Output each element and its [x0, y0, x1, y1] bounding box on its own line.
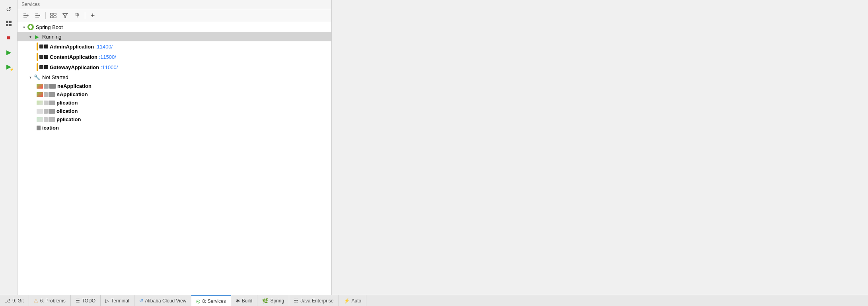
svg-rect-11 — [51, 13, 53, 15]
not-started-label: Not Started — [42, 74, 331, 80]
content-app-label: ContentApplication :11500/ — [50, 54, 331, 60]
running-arrow: ▾ — [27, 33, 33, 40]
gateway-app-icons — [39, 65, 48, 69]
wrench-icon: 🔧 — [33, 74, 41, 81]
todo-icon: ☰ — [76, 298, 80, 304]
todo-tab-label: TODO — [82, 298, 95, 304]
content-status-bar — [37, 53, 38, 61]
svg-rect-1 — [9, 21, 12, 23]
auto-tab-label: Auto — [352, 298, 362, 304]
ns-app-1-icons — [37, 84, 56, 89]
admin-app-item[interactable]: AdminApplication :11400/ — [18, 41, 331, 52]
expand-all-button[interactable] — [33, 11, 43, 20]
not-started-app-3[interactable]: plication — [18, 99, 331, 107]
not-started-app-4[interactable]: olication — [18, 107, 331, 115]
gateway-status-bar — [37, 63, 38, 71]
running-group[interactable]: ▾ ▶ Running — [18, 32, 331, 41]
git-tab-label: 9: Git — [12, 298, 24, 304]
toolbar-separator-2 — [85, 12, 85, 19]
services-toolbar: + — [18, 9, 331, 22]
services-title: Services — [18, 0, 331, 9]
not-started-app-2[interactable]: nApplication — [18, 90, 331, 99]
svg-rect-0 — [6, 21, 8, 23]
build-icon: ✱ — [236, 298, 240, 304]
svg-marker-15 — [63, 14, 68, 18]
content-app-icons — [39, 55, 48, 59]
ns-app-6-label: ication — [42, 125, 331, 131]
tab-spring[interactable]: 🌿 Spring — [257, 295, 289, 306]
tab-terminal[interactable]: ▷ Terminal — [101, 295, 134, 306]
alibaba-icon: ↺ — [139, 298, 143, 304]
build-tab-label: Build — [242, 298, 253, 304]
main-area: ↺ ■ ▶ ▶⚡ Services — [0, 0, 868, 295]
ns-app-1-label: neApplication — [57, 83, 331, 89]
ns-app-6-icons — [37, 126, 41, 130]
svg-rect-13 — [51, 16, 53, 18]
tab-problems[interactable]: ⚠ 6: Problems — [29, 295, 71, 306]
java-enterprise-icon: ☷ — [294, 298, 298, 304]
svg-rect-12 — [54, 13, 56, 15]
add-service-button[interactable]: + — [88, 11, 98, 20]
tab-build[interactable]: ✱ Build — [231, 295, 258, 306]
terminal-icon: ▷ — [105, 298, 109, 304]
tab-git[interactable]: ⎇ 9: Git — [0, 295, 29, 306]
java-enterprise-tab-label: Java Enterprise — [300, 298, 333, 304]
group-button[interactable] — [48, 11, 58, 20]
ns-app-3-label: plication — [56, 100, 331, 106]
svg-rect-3 — [9, 24, 12, 26]
refresh-icon[interactable]: ↺ — [3, 3, 15, 15]
services-panel: Services — [18, 0, 332, 295]
filter-button[interactable] — [60, 11, 70, 20]
gateway-app-label: GatewayApplication :11000/ — [50, 64, 331, 70]
services-tree[interactable]: ▾ Spring Boot ▾ ▶ Running — [18, 22, 331, 295]
ns-app-4-label: olication — [56, 108, 331, 114]
spring-tab-label: Spring — [270, 298, 284, 304]
svg-rect-2 — [6, 24, 8, 26]
not-started-app-6[interactable]: ication — [18, 124, 331, 132]
stop-icon[interactable]: ■ — [3, 32, 15, 44]
admin-app-label: AdminApplication :11400/ — [50, 44, 331, 50]
services-icon: ◎ — [196, 298, 200, 304]
tab-todo[interactable]: ☰ TODO — [71, 295, 101, 306]
tab-services[interactable]: ◎ 8: Services — [191, 295, 231, 306]
problems-tab-label: 6: Problems — [40, 298, 66, 304]
ns-app-2-icons — [37, 92, 55, 97]
not-started-group[interactable]: ▾ 🔧 Not Started — [18, 72, 331, 82]
content-app-item[interactable]: ContentApplication :11500/ — [18, 52, 331, 62]
not-started-arrow: ▾ — [27, 74, 33, 80]
run-icon[interactable]: ▶ — [3, 46, 15, 58]
debug-error-icon[interactable]: ▶⚡ — [3, 60, 15, 72]
problems-icon: ⚠ — [34, 298, 38, 304]
collapse-all-button[interactable] — [21, 11, 31, 20]
plugins-icon[interactable] — [3, 17, 15, 29]
ns-app-4-icons — [37, 109, 55, 114]
git-icon: ⎇ — [5, 298, 10, 304]
ns-app-3-icons — [37, 101, 55, 105]
services-tab-label: 8: Services — [202, 298, 226, 304]
spring-boot-root[interactable]: ▾ Spring Boot — [18, 22, 331, 32]
svg-rect-14 — [54, 16, 56, 18]
bottom-bar: ⎇ 9: Git ⚠ 6: Problems ☰ TODO ▷ Terminal… — [0, 295, 868, 306]
ns-app-5-label: pplication — [56, 116, 331, 122]
not-started-app-1[interactable]: neApplication — [18, 82, 331, 90]
admin-status-bar — [37, 43, 38, 50]
tab-java-enterprise[interactable]: ☷ Java Enterprise — [289, 295, 339, 306]
right-area — [332, 0, 868, 295]
running-play-icon: ▶ — [33, 33, 41, 40]
tab-auto[interactable]: ⚡ Auto — [339, 295, 367, 306]
admin-app-icons — [39, 45, 48, 48]
spring-boot-label: Spring Boot — [36, 24, 331, 30]
spring-boot-icon — [27, 23, 34, 31]
spring-icon: 🌿 — [262, 298, 268, 304]
ns-app-2-label: nApplication — [56, 91, 331, 97]
running-label: Running — [42, 34, 331, 40]
gateway-app-item[interactable]: GatewayApplication :11000/ — [18, 62, 331, 72]
pin-button[interactable] — [72, 11, 82, 20]
terminal-tab-label: Terminal — [111, 298, 129, 304]
alibaba-tab-label: Alibaba Cloud View — [145, 298, 187, 304]
tab-alibaba[interactable]: ↺ Alibaba Cloud View — [134, 295, 192, 306]
not-started-app-5[interactable]: pplication — [18, 115, 331, 124]
left-sidebar: ↺ ■ ▶ ▶⚡ — [0, 0, 18, 295]
ns-app-5-icons — [37, 117, 55, 122]
toolbar-separator-1 — [45, 12, 46, 19]
